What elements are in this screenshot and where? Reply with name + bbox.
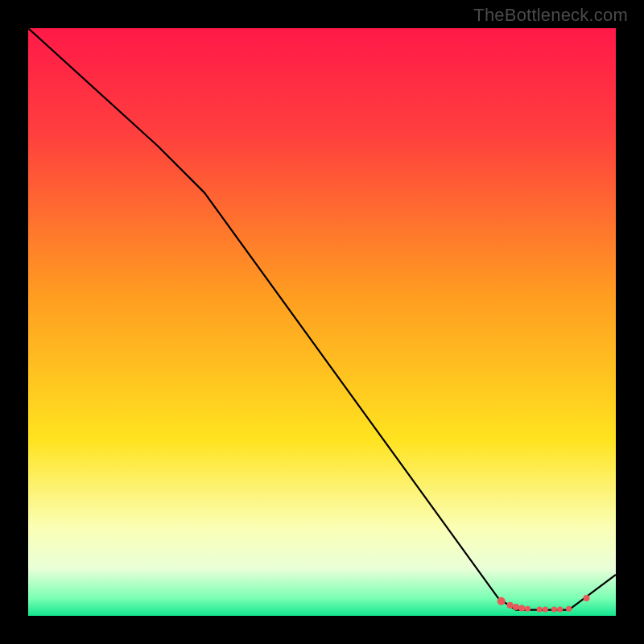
- svg-point-7: [543, 606, 548, 612]
- svg-point-5: [525, 606, 530, 612]
- svg-point-2: [507, 602, 514, 609]
- plot-area: [28, 28, 616, 616]
- watermark-text: TheBottleneck.com: [473, 5, 628, 26]
- svg-point-8: [551, 606, 557, 612]
- chart-svg: [28, 28, 616, 616]
- svg-point-10: [566, 606, 572, 612]
- svg-point-3: [513, 604, 519, 610]
- svg-point-4: [518, 605, 525, 612]
- svg-point-9: [557, 606, 563, 612]
- svg-point-11: [584, 595, 590, 601]
- svg-point-1: [497, 597, 506, 605]
- chart-frame: TheBottleneck.com: [0, 0, 644, 644]
- svg-point-6: [537, 606, 543, 612]
- svg-rect-0: [28, 28, 616, 616]
